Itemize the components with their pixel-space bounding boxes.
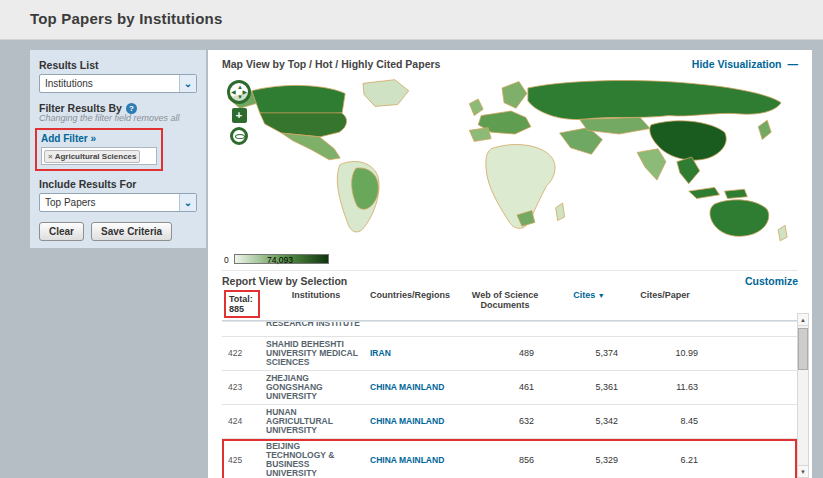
top-bar: Top Papers by Institutions bbox=[0, 0, 823, 40]
total-value: 885 bbox=[229, 304, 253, 314]
table-row[interactable]: 424 HUNAN AGRICULTURAL UNIVERSITY CHINA … bbox=[222, 404, 797, 438]
row-cites-per-paper: 11.63 bbox=[628, 383, 702, 392]
table-header-row: Total: 885 Institutions Countries/Region… bbox=[222, 290, 797, 321]
row-cites: 5,329 bbox=[550, 456, 628, 465]
pan-compass-icon[interactable]: ▲▼◀▶ bbox=[227, 80, 251, 104]
add-filter-link[interactable]: Add Filter » bbox=[41, 133, 157, 144]
customize-link[interactable]: Customize bbox=[745, 275, 798, 287]
results-list-select[interactable]: Institutions ⌄ bbox=[39, 74, 197, 93]
row-institution: BEIJING TECHNOLOGY & BUSINESS UNIVERSITY bbox=[264, 441, 368, 478]
results-list-value: Institutions bbox=[45, 78, 93, 89]
include-results-label: Include Results For bbox=[39, 178, 197, 190]
results-table: Total: 885 Institutions Countries/Region… bbox=[222, 290, 797, 478]
row-institution: SHAHID BEHESHTI UNIVERSITY MEDICAL SCIEN… bbox=[264, 339, 368, 368]
help-icon[interactable]: ? bbox=[126, 103, 137, 114]
scroll-down-icon[interactable]: ▼ bbox=[798, 465, 808, 477]
column-header-cites[interactable]: Cites ▼ bbox=[550, 290, 628, 301]
hide-visualization-link[interactable]: Hide Visualization — bbox=[692, 58, 798, 70]
row-rank: 425 bbox=[222, 456, 264, 465]
map-header: Map View by Top / Hot / Highly Cited Pap… bbox=[222, 56, 798, 72]
include-results-select[interactable]: Top Papers ⌄ bbox=[39, 193, 197, 212]
row-rank: 424 bbox=[222, 417, 264, 426]
total-label: Total: bbox=[229, 294, 253, 304]
chevron-down-icon: ⌄ bbox=[179, 75, 196, 92]
map-controls: ▲▼◀▶ + bbox=[227, 80, 251, 145]
map-legend: 0 74,093 bbox=[222, 253, 442, 266]
column-header-documents[interactable]: Web of Science Documents bbox=[460, 290, 550, 310]
filter-tag-input[interactable]: × Agricultural Sciences bbox=[41, 147, 157, 165]
report-view-title: Report View by Selection bbox=[222, 275, 347, 287]
row-cites-per-paper: 10.99 bbox=[628, 349, 702, 358]
save-criteria-button[interactable]: Save Criteria bbox=[91, 222, 172, 241]
row-documents: 632 bbox=[460, 417, 550, 426]
row-country[interactable]: IRAN bbox=[368, 349, 460, 358]
row-documents: 461 bbox=[460, 383, 550, 392]
table-row[interactable]: 425 BEIJING TECHNOLOGY & BUSINESS UNIVER… bbox=[222, 438, 797, 478]
row-rank: 422 bbox=[222, 349, 264, 358]
row-documents: 856 bbox=[460, 456, 550, 465]
minus-icon: — bbox=[788, 58, 799, 70]
main-panel: Map View by Top / Hot / Highly Cited Pap… bbox=[208, 50, 812, 478]
row-cites-per-paper: 8.45 bbox=[628, 417, 702, 426]
row-rank: 423 bbox=[222, 383, 264, 392]
table-row[interactable]: 423 ZHEJIANG GONGSHANG UNIVERSITY CHINA … bbox=[222, 370, 797, 404]
zoom-in-button[interactable]: + bbox=[232, 108, 247, 123]
sidebar: Results List Institutions ⌄ Filter Resul… bbox=[30, 50, 206, 248]
row-country[interactable]: CHINA MAINLAND bbox=[368, 456, 460, 465]
globe-reset-button[interactable] bbox=[230, 127, 248, 145]
table-scrollbar[interactable]: ▲ ▼ bbox=[797, 313, 809, 478]
filter-tag: × Agricultural Sciences bbox=[44, 150, 140, 163]
row-country[interactable]: CHINA MAINLAND bbox=[368, 383, 460, 392]
scroll-up-icon[interactable]: ▲ bbox=[798, 314, 808, 326]
chevron-down-icon: ⌄ bbox=[179, 194, 196, 211]
row-country[interactable]: CHINA MAINLAND bbox=[368, 417, 460, 426]
row-cites-per-paper: 6.21 bbox=[628, 456, 702, 465]
row-cites: 5,361 bbox=[550, 383, 628, 392]
legend-min-label: 0 bbox=[224, 255, 229, 265]
table-body: RESEARCH INSTITUTE 422 SHAHID BEHESHTI U… bbox=[222, 321, 797, 478]
annotation-box-total: Total: 885 bbox=[224, 290, 260, 318]
table-row[interactable]: RESEARCH INSTITUTE bbox=[222, 321, 797, 336]
row-documents: 489 bbox=[460, 349, 550, 358]
row-cites: 5,374 bbox=[550, 349, 628, 358]
report-header: Report View by Selection Customize bbox=[222, 270, 798, 287]
world-map[interactable] bbox=[222, 76, 798, 251]
filter-note: Changing the filter field removes all bbox=[39, 113, 197, 123]
row-institution: RESEARCH INSTITUTE bbox=[264, 321, 368, 329]
filter-tag-label: Agricultural Sciences bbox=[55, 152, 137, 161]
remove-tag-icon[interactable]: × bbox=[48, 152, 53, 161]
row-institution: HUNAN AGRICULTURAL UNIVERSITY bbox=[264, 407, 368, 436]
column-header-institutions[interactable]: Institutions bbox=[264, 290, 368, 300]
include-results-value: Top Papers bbox=[45, 197, 96, 208]
map-visualization[interactable]: ▲▼◀▶ + bbox=[222, 76, 798, 251]
annotation-box-add-filter: Add Filter » × Agricultural Sciences bbox=[35, 128, 163, 171]
map-view-title: Map View by Top / Hot / Highly Cited Pap… bbox=[222, 58, 440, 70]
scrollbar-thumb[interactable] bbox=[798, 328, 808, 370]
sort-desc-icon: ▼ bbox=[598, 292, 605, 299]
page-title: Top Papers by Institutions bbox=[30, 10, 222, 27]
column-header-cites-per-paper[interactable]: Cites/Paper bbox=[628, 290, 702, 300]
legend-max-label: 74,093 bbox=[267, 255, 293, 265]
clear-button[interactable]: Clear bbox=[39, 222, 84, 241]
column-header-countries[interactable]: Countries/Regions bbox=[368, 290, 460, 300]
table-row[interactable]: 422 SHAHID BEHESHTI UNIVERSITY MEDICAL S… bbox=[222, 336, 797, 370]
results-list-label: Results List bbox=[39, 59, 197, 71]
row-institution: ZHEJIANG GONGSHANG UNIVERSITY bbox=[264, 373, 368, 402]
row-cites: 5,342 bbox=[550, 417, 628, 426]
